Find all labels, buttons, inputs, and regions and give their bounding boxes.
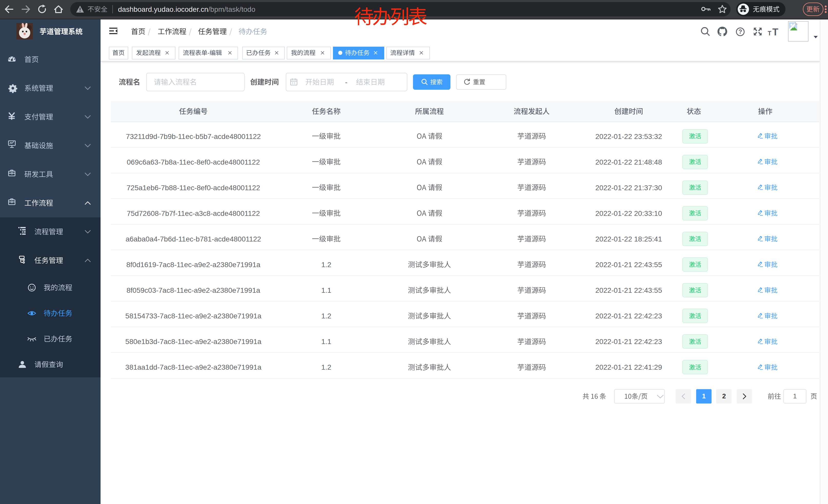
- svg-text:T: T: [768, 30, 771, 37]
- svg-text:T: T: [772, 27, 778, 37]
- svg-text:?: ?: [739, 29, 742, 35]
